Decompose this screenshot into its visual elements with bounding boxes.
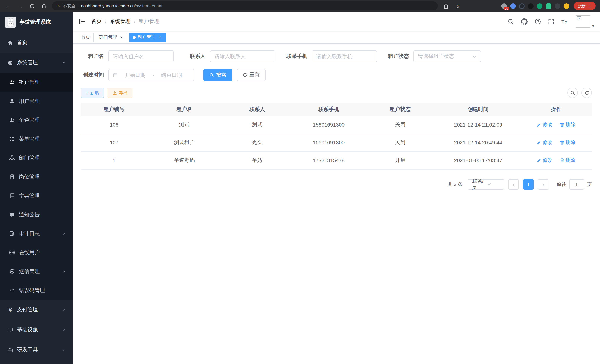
edit-link-label: 修改 [543, 121, 552, 128]
sidebar-group-system[interactable]: 系统管理 [0, 53, 73, 73]
browser-extension-icon[interactable]: 10 [501, 3, 507, 9]
breadcrumb-system[interactable]: 系统管理 [110, 18, 131, 25]
date-separator: - [152, 72, 154, 78]
delete-link[interactable]: 删除 [560, 121, 575, 128]
chevron-down-icon [487, 182, 501, 186]
browser-forward-icon[interactable]: → [16, 2, 24, 10]
edit-link[interactable]: 修改 [537, 121, 552, 128]
toggle-search-button[interactable] [567, 88, 578, 98]
edit-link-label: 修改 [543, 139, 552, 146]
browser-profile-avatar[interactable] [564, 3, 569, 9]
sidebar-item-label: 在线用户 [19, 249, 66, 256]
header-search-icon[interactable] [508, 18, 514, 25]
page-number-1[interactable]: 1 [523, 179, 534, 189]
contact-input[interactable] [210, 50, 275, 62]
tag-label: 部门管理 [99, 34, 117, 40]
browser-back-icon[interactable]: ← [4, 2, 12, 10]
sidebar-group-pay[interactable]: ¥ 支付管理 [0, 300, 73, 320]
badge-icon [9, 174, 15, 180]
date-start-input[interactable] [120, 72, 150, 78]
cell-actions: 修改 删除 [520, 151, 592, 169]
prev-page-button[interactable]: ‹ [508, 179, 519, 189]
cell-contact: 测试 [221, 116, 293, 134]
sidebar-item-post[interactable]: 岗位管理 [0, 167, 73, 186]
address-separator [78, 4, 78, 8]
sidebar-group-tool[interactable]: 研发工具 [0, 340, 73, 360]
help-icon[interactable] [535, 18, 541, 25]
tenant-name-input-field[interactable] [113, 53, 169, 59]
reset-button[interactable]: 重置 [237, 69, 266, 81]
mobile-input[interactable] [312, 50, 377, 62]
sidebar-group-infra[interactable]: 基础设施 [0, 320, 73, 340]
browser-update-button[interactable]: 更新 ⋮ [574, 2, 596, 10]
sidebar-item-notice[interactable]: 通知公告 [0, 205, 73, 224]
sidebar-item-role[interactable]: 角色管理 [0, 111, 73, 130]
browser-menu-icon[interactable]: ⋮ [588, 3, 592, 9]
chevron-down-icon [62, 328, 66, 332]
mobile-input-field[interactable] [316, 53, 373, 59]
delete-link[interactable]: 删除 [560, 157, 575, 164]
refresh-table-button[interactable] [581, 88, 592, 98]
sidebar-item-dept[interactable]: 部门管理 [0, 149, 73, 167]
tag-dept[interactable]: 部门管理 × [96, 32, 127, 42]
browser-extension-icon[interactable] [537, 3, 543, 9]
chevron-up-icon [62, 61, 66, 65]
contact-input-field[interactable] [215, 53, 271, 59]
sidebar-item-user[interactable]: 用户管理 [0, 92, 73, 111]
share-icon[interactable] [442, 2, 450, 10]
sidebar-item-home[interactable]: 首页 [0, 33, 73, 53]
breadcrumb-separator: / [105, 19, 106, 25]
font-size-icon[interactable]: TT [562, 19, 568, 25]
search-button[interactable]: 搜索 [203, 69, 232, 81]
browser-extension-icon[interactable] [519, 3, 525, 9]
close-icon[interactable]: × [157, 35, 162, 40]
date-end-input[interactable] [156, 72, 187, 78]
cell-actions: 修改 删除 [520, 116, 592, 134]
sidebar-item-online[interactable]: 在线用户 [0, 243, 73, 262]
sidebar-collapse-icon[interactable] [79, 18, 85, 25]
browser-extension-icon[interactable] [555, 3, 560, 9]
date-range-picker[interactable]: - [108, 69, 194, 81]
add-button[interactable]: + 新增 [81, 88, 104, 98]
sidebar-logo: 芋道管理系统 [0, 12, 73, 33]
sidebar-group-audit[interactable]: 审计日志 [0, 224, 73, 243]
tag-tenant[interactable]: 租户管理 × [130, 32, 166, 42]
chevron-down-icon [62, 308, 66, 312]
export-button[interactable]: 导出 [108, 88, 132, 98]
page-size-select[interactable]: 10条/页 [468, 179, 504, 189]
delete-link[interactable]: 删除 [560, 139, 575, 146]
bookmark-star-icon[interactable]: ☆ [454, 2, 462, 10]
sidebar-item-errcode[interactable]: 错误码管理 [0, 281, 73, 300]
sidebar-item-label: 用户管理 [19, 98, 66, 104]
browser-refresh-icon[interactable] [28, 2, 36, 10]
address-bar[interactable]: ⚠ 不安全 dashboard.yudao.iocoder.cn/system/… [52, 1, 438, 10]
browser-home-icon[interactable] [40, 2, 47, 10]
breadcrumb-home[interactable]: 首页 [91, 18, 102, 25]
screen: ← → ⚠ 不安全 dashboard.yudao.iocoder.cn/sys… [0, 0, 600, 364]
tenant-status-select[interactable]: 请选择租户状态 [413, 50, 481, 62]
tenant-name-input[interactable] [108, 50, 174, 62]
field-label: 联系手机 [284, 53, 307, 60]
sidebar-item-dict[interactable]: 字典管理 [0, 186, 73, 205]
svg-text:T: T [565, 21, 567, 24]
sidebar-group-sms[interactable]: 短信管理 [0, 262, 73, 281]
browser-extension-icon[interactable] [546, 3, 551, 9]
tag-home[interactable]: 首页 [78, 32, 94, 42]
goto-page-input[interactable] [569, 179, 584, 189]
column-header: 创建时间 [436, 103, 520, 116]
edit-link[interactable]: 修改 [537, 139, 552, 146]
cell-created: 2021-12-14 21:02:09 [436, 116, 520, 134]
close-icon[interactable]: × [119, 35, 124, 40]
edit-link[interactable]: 修改 [537, 157, 552, 164]
browser-extension-icon[interactable] [510, 3, 516, 9]
user-avatar-menu[interactable]: ▾ [575, 15, 594, 28]
github-icon[interactable] [521, 18, 528, 25]
browser-extension-icon[interactable] [528, 3, 534, 9]
fullscreen-icon[interactable] [548, 18, 554, 25]
sidebar-item-menu[interactable]: 菜单管理 [0, 130, 73, 149]
next-page-button[interactable]: › [538, 179, 548, 189]
avatar-broken-image [575, 15, 590, 28]
sidebar-item-tenant[interactable]: 租户管理 [0, 73, 73, 92]
caret-down-icon: ▾ [592, 24, 594, 28]
app-title: 芋道管理系统 [20, 19, 51, 26]
